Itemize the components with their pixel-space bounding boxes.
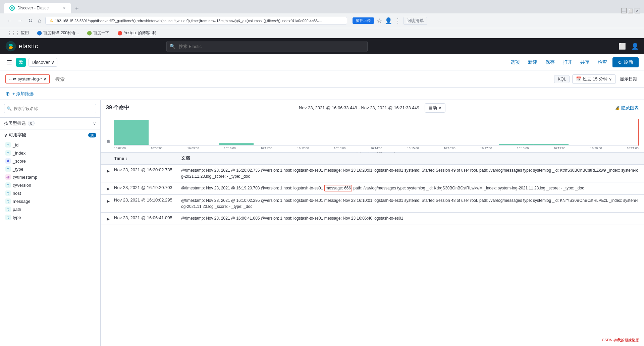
svg-point-3	[9, 44, 13, 47]
row-expand-icon[interactable]: ▶	[106, 216, 114, 222]
sidebar-field-path[interactable]: t path	[4, 205, 96, 213]
fields-count-badge: 10	[88, 133, 96, 137]
monitor-icon-button[interactable]: ⬜	[619, 43, 626, 50]
type-filter-section[interactable]: 按类型筛选 0 ∨	[0, 118, 100, 129]
elastic-search-input[interactable]	[166, 41, 368, 52]
add-filter-button[interactable]: + 添加筛选	[12, 91, 34, 97]
sidebar-field-_index[interactable]: t _index	[4, 149, 96, 157]
chart-axis-label: 16:18:00	[517, 147, 529, 150]
options-button[interactable]: 选项	[508, 58, 523, 67]
row-expand-icon[interactable]: ▶	[106, 198, 114, 204]
share-button[interactable]: 共享	[578, 58, 592, 67]
time-chevron-icon: ∨	[609, 76, 612, 81]
row-expand-icon[interactable]: ▶	[106, 186, 114, 192]
time-picker[interactable]: 📅 过去 15 分钟 ∨	[572, 74, 616, 84]
field-type-icon: t	[5, 190, 11, 196]
sidebar-field-search-input[interactable]	[4, 104, 96, 113]
inspect-button[interactable]: 检查	[595, 58, 610, 67]
doc-text-after: path: /var/log/messages type: systemlog …	[352, 186, 584, 190]
save-button[interactable]: 保存	[543, 58, 557, 67]
sidebar-field-_type[interactable]: t _type	[4, 165, 96, 173]
sidebar-field-message[interactable]: t message	[4, 197, 96, 205]
new-button[interactable]: 新建	[525, 58, 540, 67]
chart-wrapper: 数量 16:07:0016:08:0016:09:0016:10:0016:11…	[106, 119, 639, 152]
new-tab-button[interactable]: +	[72, 4, 82, 13]
elastic-topnav: elastic 🔍 ⬜ 👤	[0, 38, 644, 54]
chart-axis-label: 16:12:00	[297, 147, 309, 150]
chart-axis-label: 16:11:00	[261, 147, 272, 150]
reader-mode-button[interactable]: 阅读清单	[404, 17, 427, 25]
elastic-nav-right: ⬜ 👤	[619, 43, 639, 50]
sidebar-field-_score[interactable]: # _score	[4, 157, 96, 165]
elastic-search-icon: 🔍	[170, 44, 175, 49]
field-name-label: @version	[13, 183, 31, 188]
sidebar-field-host[interactable]: t host	[4, 189, 96, 197]
elastic-search-container[interactable]: 🔍	[166, 41, 368, 52]
bookmark-baidu-translate[interactable]: 🔵 百度翻译-200种语...	[35, 30, 81, 37]
window-close[interactable]: ✕	[635, 8, 640, 13]
hamburger-menu-button[interactable]: ☰	[5, 57, 13, 67]
sidebar-field-type[interactable]: t type	[4, 213, 96, 221]
hide-chart-button[interactable]: 🔏 隐藏图表	[615, 105, 639, 111]
browser-chrome: Discover - Elastic × + — ⬜ ✕ ← → ↻ ⌂ ⚠ 1…	[0, 0, 644, 38]
extension-upload-button[interactable]: 插件上传	[353, 17, 374, 24]
lock-icon: ⚠	[50, 18, 53, 23]
sidebar-field-@version[interactable]: t @version	[4, 181, 96, 189]
refresh-button[interactable]: ↻ 刷新	[612, 57, 639, 67]
chart-axis-label: 16:14:00	[370, 147, 382, 150]
row-document: @timestamp: Nov 23, 2021 @ 16:20:02.735 …	[181, 167, 639, 179]
auto-interval-selector[interactable]: 自动 ∨	[425, 103, 445, 113]
bookmark-apps[interactable]: ⋮⋮⋮ 应用	[5, 30, 31, 37]
tab-favicon	[9, 5, 15, 11]
sidebar-field-@timestamp[interactable]: @ @timestamp	[4, 173, 96, 181]
user-icon-button[interactable]: 👤	[631, 43, 639, 50]
chart-axis-label: 16:17:00	[480, 147, 492, 150]
available-fields-header[interactable]: ∨ 可用字段 10	[4, 132, 96, 138]
field-type-icon: @	[5, 174, 11, 180]
app-badge: 发	[16, 58, 26, 67]
chart-area: 数量 16:07:0016:08:0016:09:0016:10:0016:11…	[101, 116, 644, 153]
nav-refresh-button[interactable]: ↻	[27, 16, 34, 25]
bookmark-baidu[interactable]: 🟢 百度一下	[85, 30, 111, 37]
csdn-watermark: CSDN @我的紫辣椒频	[600, 337, 641, 343]
doc-highlight: message: 666	[324, 185, 352, 191]
index-pattern-selector[interactable]: ··· ⇌ system-log-* ∨	[5, 74, 50, 83]
nav-back-button[interactable]: ←	[5, 16, 13, 25]
row-timestamp: Nov 23, 2021 @ 16:06:41.005	[114, 215, 181, 220]
browser-tab-active[interactable]: Discover - Elastic ×	[4, 3, 71, 13]
star-button[interactable]: ☆	[377, 17, 382, 24]
chart-x-axis: 16:07:0016:08:0016:09:0016:10:0016:11:00…	[114, 146, 639, 151]
bookmarks-bar: ⋮⋮⋮ 应用 🔵 百度翻译-200种语... 🟢 百度一下 🔴 Yosigo_的…	[0, 28, 644, 38]
nav-forward-button[interactable]: →	[16, 16, 24, 25]
url-input[interactable]: ⚠ 192.168.15.28:5601/app/discover#/?_g=(…	[45, 17, 347, 24]
tab-close-button[interactable]: ×	[63, 5, 66, 11]
show-date-button[interactable]: 显示日期	[619, 75, 639, 83]
account-button[interactable]: 👤	[385, 17, 392, 24]
results-count: 39 个命中	[106, 104, 129, 111]
content-area: 39 个命中 Nov 23, 2021 @ 16:06:33.449 - Nov…	[101, 100, 644, 346]
time-col-header[interactable]: Time ↓	[114, 156, 181, 161]
search-query-input[interactable]	[53, 75, 546, 83]
row-expand-icon[interactable]: ▶	[106, 168, 114, 174]
elastic-logo[interactable]: elastic	[5, 41, 38, 52]
field-type-icon: t	[5, 150, 11, 156]
chart-axis-label: 16:19:00	[553, 147, 565, 150]
nav-home-button[interactable]: ⌂	[37, 16, 43, 25]
table-row[interactable]: ▶ Nov 23, 2021 @ 16:19:20.703 @timestamp…	[101, 182, 644, 195]
available-fields-title[interactable]: ∨ 可用字段	[4, 132, 26, 138]
window-maximize[interactable]: ⬜	[628, 8, 633, 13]
menu-button[interactable]: ⋮	[395, 17, 401, 24]
discover-button[interactable]: Discover ∨	[29, 58, 57, 67]
doc-col-header[interactable]: 文档	[181, 155, 639, 161]
window-minimize[interactable]: —	[621, 8, 627, 13]
table-row[interactable]: ▶ Nov 23, 2021 @ 16:20:02.735 @timestamp…	[101, 165, 644, 182]
table-row[interactable]: ▶ Nov 23, 2021 @ 16:06:41.005 @timestamp…	[101, 213, 644, 225]
kql-button[interactable]: KQL	[554, 75, 570, 83]
bookmark-yosigo[interactable]: 🔴 Yosigo_的博客_我...	[115, 30, 162, 37]
calendar-icon: 📅	[576, 76, 581, 81]
refresh-label: 刷新	[624, 59, 633, 65]
doc-text: @timestamp: Nov 23, 2021 @ 16:06:41.005 …	[181, 216, 403, 221]
sidebar-field-_id[interactable]: t _id	[4, 141, 96, 149]
table-row[interactable]: ▶ Nov 23, 2021 @ 16:10:02.295 @timestamp…	[101, 195, 644, 213]
open-button[interactable]: 打开	[560, 58, 575, 67]
